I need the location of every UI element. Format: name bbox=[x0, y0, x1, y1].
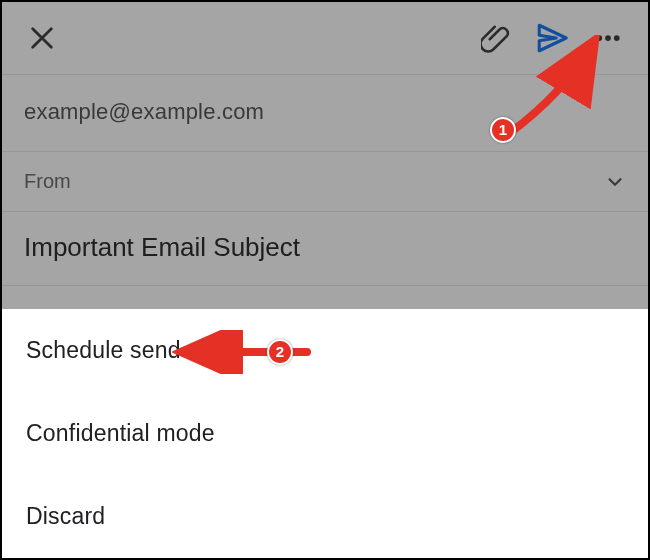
overflow-menu: Schedule send Confidential mode Discard bbox=[2, 309, 648, 558]
app-frame: example@example.com From Important Email… bbox=[0, 0, 650, 560]
modal-scrim[interactable] bbox=[2, 2, 648, 309]
annotation-badge-1: 1 bbox=[490, 117, 516, 143]
menu-confidential-mode[interactable]: Confidential mode bbox=[2, 392, 648, 475]
menu-item-label: Discard bbox=[26, 503, 105, 530]
annotation-badge-2: 2 bbox=[267, 339, 293, 365]
menu-item-label: Schedule send bbox=[26, 337, 181, 364]
menu-item-label: Confidential mode bbox=[26, 420, 215, 447]
menu-discard[interactable]: Discard bbox=[2, 475, 648, 558]
menu-schedule-send[interactable]: Schedule send bbox=[2, 309, 648, 392]
